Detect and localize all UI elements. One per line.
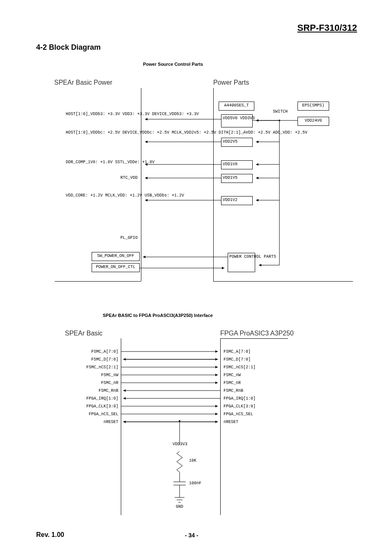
footer-page: - 34 - (185, 532, 198, 539)
label-vdd3v3: VDD3V3 (173, 442, 187, 446)
label-100nf: 100nF (189, 481, 201, 486)
label-gnd: GND (176, 504, 183, 509)
figure2-arrows (0, 0, 392, 555)
label-10k: 10K (189, 458, 196, 463)
footer-rev: Rev. 1.00 (36, 531, 64, 539)
svg-point-33 (179, 420, 180, 422)
